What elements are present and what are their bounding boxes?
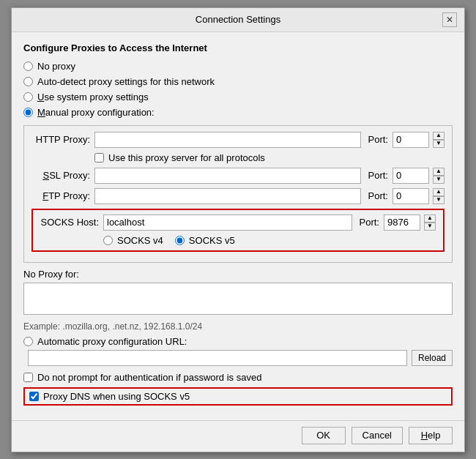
no-auth-prompt-row[interactable]: Do not prompt for authentication if pass… [23,372,453,383]
ftp-port-spinner[interactable]: ▲ ▼ [433,188,445,204]
ftp-port-label: Port: [368,190,388,201]
no-proxy-label[interactable]: No proxy [37,61,75,72]
manual-proxy-label[interactable]: Manual proxy configuration: [37,107,155,118]
socks-port-spinner[interactable]: ▲ ▼ [424,214,436,231]
manual-proxy-option[interactable]: Manual proxy configuration: [23,107,453,118]
reload-button[interactable]: Reload [412,350,453,366]
auto-proxy-label[interactable]: Automatic proxy configuration URL: [37,336,187,347]
socks-host-label: SOCKS Host: [40,217,99,228]
socks-port-down[interactable]: ▼ [424,223,436,231]
ftp-proxy-row: FTP Proxy: Port: ▲ ▼ [31,188,445,204]
connection-settings-dialog: Connection Settings ✕ Configure Proxies … [11,7,465,452]
no-proxy-for-label: No Proxy for: [23,269,453,280]
auto-proxy-option-row[interactable]: Automatic proxy configuration URL: [23,336,453,347]
http-port-spinner[interactable]: ▲ ▼ [433,132,445,148]
ssl-proxy-label: SSL Proxy: [31,170,90,181]
proxy-options-group: No proxy Auto-detect proxy settings for … [23,61,453,118]
ssl-proxy-row: SSL Proxy: Port: ▲ ▼ [31,168,445,184]
system-proxy-radio[interactable] [23,92,33,102]
ftp-port-down[interactable]: ▼ [433,196,445,204]
http-port-down[interactable]: ▼ [433,140,445,148]
socks-host-row: SOCKS Host: Port: ▲ ▼ [40,214,436,231]
example-text: Example: .mozilla.org, .net.nz, 192.168.… [23,321,453,332]
bottom-checkboxes: Do not prompt for authentication if pass… [23,372,453,406]
close-button[interactable]: ✕ [442,12,457,27]
system-proxy-label[interactable]: Use system proxy settings [37,92,149,102]
auto-proxy-url-row: Reload [23,350,453,366]
ftp-port-up[interactable]: ▲ [433,188,445,196]
ssl-port-down[interactable]: ▼ [433,176,445,184]
socks4-label[interactable]: SOCKS v4 [117,235,163,246]
ftp-proxy-label: FTP Proxy: [31,190,90,201]
http-port-up[interactable]: ▲ [433,132,445,140]
auto-detect-option[interactable]: Auto-detect proxy settings for this netw… [23,76,453,87]
auto-detect-label[interactable]: Auto-detect proxy settings for this netw… [37,76,215,87]
ssl-proxy-input[interactable] [94,168,361,184]
dialog-content: Configure Proxies to Access the Internet… [12,32,464,420]
help-button[interactable]: Help [409,427,453,444]
socks-host-input[interactable] [103,214,352,231]
ssl-port-up[interactable]: ▲ [433,168,445,176]
socks-port-up[interactable]: ▲ [424,214,436,223]
socks4-radio[interactable] [103,236,113,245]
no-proxy-radio[interactable] [23,61,33,71]
socks5-option[interactable]: SOCKS v5 [175,235,235,246]
http-proxy-label: HTTP Proxy: [31,134,90,145]
no-proxy-textarea[interactable] [23,283,453,315]
dialog-title: Connection Settings [34,14,442,25]
ssl-port-spinner[interactable]: ▲ ▼ [433,168,445,184]
http-port-label: Port: [368,134,388,145]
ssl-port-input[interactable] [393,168,429,184]
proxy-dns-label[interactable]: Proxy DNS when using SOCKS v5 [43,391,190,402]
title-bar: Connection Settings ✕ [12,8,464,32]
auto-detect-radio[interactable] [23,77,33,86]
ftp-proxy-input[interactable] [94,188,361,204]
socks-version-row: SOCKS v4 SOCKS v5 [40,235,436,246]
socks-port-input[interactable] [384,214,420,231]
no-auth-prompt-checkbox[interactable] [23,373,33,382]
proxy-dns-checkbox[interactable] [29,392,39,401]
button-bar: OK Cancel Help [12,420,464,452]
socks-section: SOCKS Host: Port: ▲ ▼ SOCKS v4 [31,209,445,252]
http-proxy-row: HTTP Proxy: Port: ▲ ▼ [31,132,445,148]
auto-proxy-url-input[interactable] [28,350,407,366]
no-auth-prompt-label[interactable]: Do not prompt for authentication if pass… [37,372,261,383]
all-protocols-checkbox[interactable] [94,153,104,163]
socks4-option[interactable]: SOCKS v4 [103,235,163,246]
socks5-radio[interactable] [175,236,185,245]
socks5-label[interactable]: SOCKS v5 [189,235,235,246]
proxy-dns-highlight: Proxy DNS when using SOCKS v5 [23,387,453,406]
auto-proxy-radio[interactable] [23,337,33,346]
all-protocols-label[interactable]: Use this proxy server for all protocols [108,152,265,163]
ok-button[interactable]: OK [302,427,346,444]
manual-proxy-radio[interactable] [23,108,33,117]
manual-proxy-section: HTTP Proxy: Port: ▲ ▼ Use this proxy ser… [23,125,453,263]
ftp-port-input[interactable] [393,188,429,204]
http-proxy-input[interactable] [94,132,361,148]
all-protocols-row[interactable]: Use this proxy server for all protocols [31,152,445,163]
system-proxy-option[interactable]: Use system proxy settings [23,92,453,102]
no-proxy-option[interactable]: No proxy [23,61,453,72]
cancel-button[interactable]: Cancel [352,427,403,444]
ssl-port-label: Port: [368,170,388,181]
socks-port-label: Port: [360,217,379,228]
http-port-input[interactable] [393,132,429,148]
auto-proxy-section: Automatic proxy configuration URL: Reloa… [23,336,453,366]
section-heading: Configure Proxies to Access the Internet [23,42,453,53]
no-proxy-section: No Proxy for: [23,269,453,317]
